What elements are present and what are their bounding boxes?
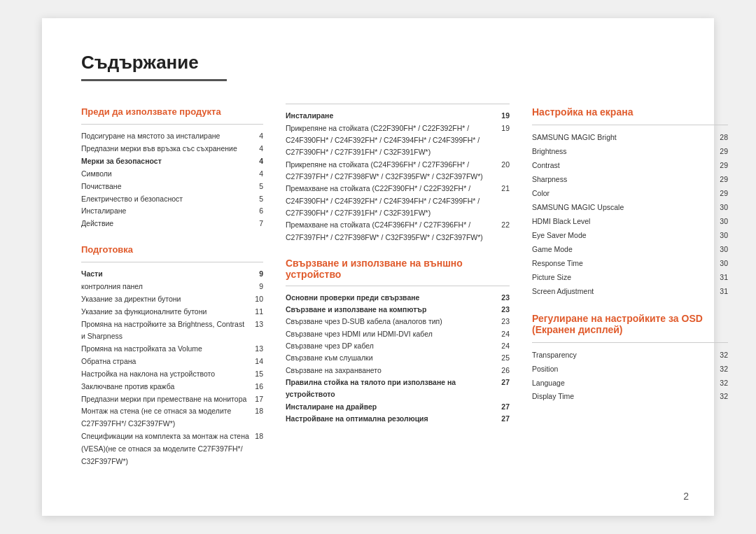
right-toc-label: HDMI Black Level bbox=[532, 215, 714, 229]
mid-toc-item: Свързване чрез D-SUB кабела (аналогов ти… bbox=[286, 316, 510, 328]
right-toc-item: Display Time32 bbox=[532, 390, 728, 404]
toc-label: Промяна на настройките за Brightness, Co… bbox=[81, 318, 252, 344]
right-toc-item: Screen Adjustment31 bbox=[532, 285, 728, 299]
right-toc-item: Contrast29 bbox=[532, 159, 728, 173]
toc-page-num: 14 bbox=[252, 356, 263, 368]
left-section-1: ПодготовкаЧасти9контролния панел9Указани… bbox=[81, 244, 263, 468]
mid-toc-page-num: 19 bbox=[496, 122, 510, 159]
mid-toc-item: Свързване чрез HDMI или HDMI-DVI кабел24 bbox=[286, 328, 510, 340]
page-number: 2 bbox=[683, 491, 689, 502]
mid-toc-item: Прикрепяне на стойката (C22F390FH* / C22… bbox=[286, 122, 510, 159]
right-toc-page-num: 29 bbox=[714, 159, 728, 173]
toc-page-num: 13 bbox=[252, 318, 263, 331]
document-page: Съдържание Преди да използвате продуктаП… bbox=[42, 18, 714, 515]
mid-toc-page-num: 23 bbox=[496, 304, 510, 316]
mid-toc-label: Инсталиране на драйвер bbox=[286, 401, 496, 413]
right-toc-item: Transparency32 bbox=[532, 349, 728, 363]
mid-toc-label: Настройване на оптимална резолюция bbox=[286, 413, 496, 425]
right-toc-page-num: 30 bbox=[714, 201, 728, 215]
mid-toc-item: Свързване и използване на компютър23 bbox=[286, 304, 510, 316]
mid-toc-item: Прикрепяне на стойката (C24F396FH* / C27… bbox=[286, 159, 510, 183]
right-toc-label: SAMSUNG MAGIC Bright bbox=[532, 131, 714, 145]
right-toc-label: Sharpness bbox=[532, 173, 714, 187]
toc-item: Настройка на наклона на устройството15 bbox=[81, 368, 263, 381]
right-toc-page-num: 31 bbox=[714, 271, 728, 285]
right-toc-page-num: 32 bbox=[714, 390, 728, 404]
toc-item: Монтаж на стена (не се отнася за моделит… bbox=[81, 405, 263, 430]
toc-item: Обратна страна14 bbox=[81, 356, 263, 368]
toc-item: Промяна на настройките за Brightness, Co… bbox=[81, 318, 263, 344]
toc-label: Електричество и безопасност bbox=[81, 193, 252, 206]
mid-section-title-1: Свързване и използване на външно устройс… bbox=[286, 258, 510, 280]
mid-toc-item: Правилна стойка на тялото при използване… bbox=[286, 377, 510, 401]
toc-item: Електричество и безопасност5 bbox=[81, 193, 263, 206]
toc-label: Спецификации на комплекта за монтаж на с… bbox=[81, 430, 252, 468]
toc-item: Промяна на настройката за Volume13 bbox=[81, 343, 263, 356]
toc-label: Действие bbox=[81, 218, 252, 230]
mid-toc-page-num: 27 bbox=[496, 413, 510, 425]
mid-toc-label: Свързване на захранването bbox=[286, 365, 496, 377]
column-right: Настройка на екранаSAMSUNG MAGIC Bright2… bbox=[532, 104, 728, 482]
toc-item: Действие7 bbox=[81, 218, 263, 230]
mid-toc-item: Свързване към слушалки25 bbox=[286, 352, 510, 364]
toc-item: Спецификации на комплекта за монтаж на с… bbox=[81, 430, 263, 468]
right-toc-item: Color29 bbox=[532, 187, 728, 201]
mid-toc-label: Свързване и използване на компютър bbox=[286, 304, 496, 316]
column-mid: Инсталиране19Прикрепяне на стойката (C22… bbox=[286, 104, 510, 482]
right-toc-label: Position bbox=[532, 363, 714, 377]
mid-toc-page-num: 22 bbox=[496, 219, 510, 244]
mid-toc-page-num: 26 bbox=[496, 365, 510, 377]
mid-toc-page-num: 27 bbox=[496, 377, 510, 401]
toc-page-num: 9 bbox=[252, 281, 263, 293]
toc-page-num: 4 bbox=[252, 168, 263, 181]
right-toc-item: Brightness29 bbox=[532, 145, 728, 159]
toc-item: Подсигуране на мястото за инсталиране4 bbox=[81, 130, 263, 143]
toc-page-num: 9 bbox=[252, 268, 263, 281]
mid-toc-item: Свързване на захранването26 bbox=[286, 365, 510, 377]
toc-item: Почистване5 bbox=[81, 181, 263, 193]
right-toc-page-num: 29 bbox=[714, 187, 728, 201]
toc-label: Подсигуране на мястото за инсталиране bbox=[81, 130, 252, 143]
mid-toc-label: Прикрепяне на стойката (C22F390FH* / C22… bbox=[286, 122, 496, 159]
left-section-0: Преди да използвате продуктаПодсигуране … bbox=[81, 106, 263, 230]
toc-label: Указание за функционалните бутони bbox=[81, 306, 252, 318]
toc-page-num: 13 bbox=[252, 343, 263, 356]
mid-toc-label: Премахване на стойката (C22F390FH* / C22… bbox=[286, 183, 496, 219]
right-toc-page-num: 32 bbox=[714, 349, 728, 363]
right-section-1: Регулиране на настройките за OSD (Екране… bbox=[532, 313, 728, 405]
mid-toc-label: Основни проверки преди свързване bbox=[286, 292, 496, 304]
mid-toc-item: Премахване на стойката (C22F390FH* / C22… bbox=[286, 183, 510, 219]
right-toc-label: Eye Saver Mode bbox=[532, 229, 714, 243]
toc-label: Части bbox=[81, 268, 252, 281]
right-toc-page-num: 30 bbox=[714, 243, 728, 257]
mid-toc-label: Прикрепяне на стойката (C24F396FH* / C27… bbox=[286, 159, 496, 183]
right-toc-page-num: 31 bbox=[714, 285, 728, 299]
toc-item: Символи4 bbox=[81, 168, 263, 181]
mid-toc-page-num: 23 bbox=[496, 316, 510, 328]
toc-label: Символи bbox=[81, 168, 252, 181]
toc-label: Монтаж на стена (не се отнася за моделит… bbox=[81, 405, 252, 430]
mid-toc-label: Премахване на стойката (C24F396FH* / C27… bbox=[286, 219, 496, 244]
toc-page-num: 10 bbox=[252, 293, 263, 306]
toc-item: Предпазни мерки във връзка със съхранени… bbox=[81, 143, 263, 155]
toc-label: Заключване против кражба bbox=[81, 381, 252, 393]
right-toc-item: Game Mode30 bbox=[532, 243, 728, 257]
mid-toc-item: Основни проверки преди свързване23 bbox=[286, 292, 510, 304]
mid-section-1: Свързване и използване на външно устройс… bbox=[286, 258, 510, 425]
mid-toc-label: Правилна стойка на тялото при използване… bbox=[286, 377, 496, 401]
mid-toc-page-num: 20 bbox=[496, 159, 510, 183]
right-toc-label: Language bbox=[532, 377, 714, 391]
right-section-title-1: Регулиране на настройките за OSD (Екране… bbox=[532, 313, 728, 335]
mid-toc-item: Инсталиране на драйвер27 bbox=[286, 401, 510, 413]
right-toc-item: SAMSUNG MAGIC Bright28 bbox=[532, 131, 728, 145]
mid-toc-page-num: 23 bbox=[496, 292, 510, 304]
mid-toc-label: Свързване чрез HDMI или HDMI-DVI кабел bbox=[286, 328, 496, 340]
right-toc-page-num: 32 bbox=[714, 377, 728, 391]
section-title-1: Подготовка bbox=[81, 244, 263, 255]
toc-page-num: 16 bbox=[252, 381, 263, 393]
right-section-0: Настройка на екранаSAMSUNG MAGIC Bright2… bbox=[532, 106, 728, 298]
toc-page-num: 6 bbox=[252, 205, 263, 218]
mid-toc-item: Настройване на оптимална резолюция27 bbox=[286, 413, 510, 425]
toc-page-num: 5 bbox=[252, 181, 263, 193]
right-toc-label: Transparency bbox=[532, 349, 714, 363]
